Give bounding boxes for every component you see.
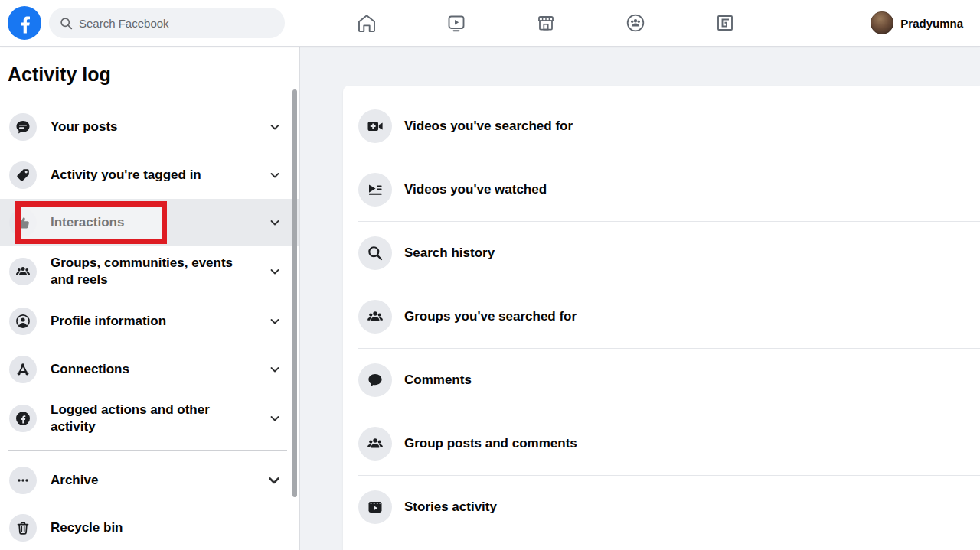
list-item-videos-watched[interactable]: Videos you've watched xyxy=(358,158,980,222)
list-item-label: Videos you've watched xyxy=(404,182,547,197)
sidebar-divider xyxy=(8,450,287,451)
sidebar-item-label: Connections xyxy=(51,361,129,378)
tab-gaming[interactable] xyxy=(681,0,770,46)
sidebar-item-tagged[interactable]: Activity you're tagged in xyxy=(0,151,299,199)
connections-icon xyxy=(9,356,37,383)
sidebar-item-label: Recycle bin xyxy=(51,519,123,536)
video-watched-icon xyxy=(358,173,392,207)
page-title: Activity log xyxy=(8,63,299,86)
tab-watch[interactable] xyxy=(411,0,501,46)
top-navigation-bar: Search Facebook xyxy=(0,0,980,47)
chevron-down-icon xyxy=(269,121,281,133)
chevron-down-icon xyxy=(269,315,281,327)
group-icon xyxy=(9,258,37,285)
sidebar-item-interactions[interactable]: Interactions xyxy=(0,199,299,246)
thumb-up-icon xyxy=(9,209,37,236)
sidebar-item-profile-information[interactable]: Profile information xyxy=(0,297,299,345)
list-item-videos-searched[interactable]: Videos you've searched for xyxy=(358,95,980,158)
watch-icon xyxy=(446,12,467,34)
chevron-down-icon xyxy=(269,363,281,376)
sidebar-item-label: Profile information xyxy=(51,313,166,330)
tag-icon xyxy=(9,161,37,189)
trash-icon xyxy=(9,514,37,542)
list-item-label: Groups you've searched for xyxy=(404,309,577,324)
facebook-activity-log-page: Search Facebook xyxy=(0,0,980,550)
list-item-label: Videos you've searched for xyxy=(404,119,573,134)
list-item-label: Group posts and comments xyxy=(404,436,577,451)
sidebar-item-recycle-bin[interactable]: Recycle bin xyxy=(0,504,299,550)
nav-tabs xyxy=(322,0,770,46)
activity-log-sidebar: Activity log Your posts xyxy=(0,46,300,550)
sidebar-scrollbar[interactable] xyxy=(292,89,297,497)
ellipsis-icon xyxy=(9,467,37,494)
sidebar-item-label: Activity you're tagged in xyxy=(51,167,201,184)
profile-name: Pradyumna xyxy=(900,17,963,30)
sidebar-item-label: Logged actions and other activity xyxy=(51,402,234,435)
interactions-list-card: Videos you've searched for Videos you've… xyxy=(343,86,980,550)
sidebar-item-label: Interactions xyxy=(51,214,124,231)
search-history-icon xyxy=(358,236,392,270)
marketplace-icon xyxy=(535,12,557,34)
sidebar-item-logged-actions[interactable]: Logged actions and other activity xyxy=(0,393,299,444)
list-item-stories-activity[interactable]: Stories activity xyxy=(358,476,980,539)
facebook-logo-icon[interactable] xyxy=(8,6,41,40)
comment-icon xyxy=(9,113,37,141)
tab-marketplace[interactable] xyxy=(501,0,590,46)
profile-avatar xyxy=(871,11,893,34)
search-placeholder: Search Facebook xyxy=(79,17,169,30)
chevron-down-icon xyxy=(269,216,281,229)
chevron-down-icon xyxy=(269,412,281,425)
video-search-icon xyxy=(358,109,392,143)
main-content-area: Videos you've searched for Videos you've… xyxy=(300,46,980,550)
list-item-label: Comments xyxy=(404,373,472,388)
list-item-label: Search history xyxy=(404,246,495,261)
sidebar-item-connections[interactable]: Connections xyxy=(0,345,299,393)
list-item-comments[interactable]: Comments xyxy=(358,349,980,412)
list-item-search-history[interactable]: Search history xyxy=(358,222,980,285)
chevron-down-icon xyxy=(267,474,281,487)
sidebar-item-archive[interactable]: Archive xyxy=(0,457,299,504)
tab-groups[interactable] xyxy=(591,0,681,46)
comment-bubble-icon xyxy=(358,363,392,397)
tab-home[interactable] xyxy=(322,0,411,46)
sidebar-item-groups-communities[interactable]: Groups, communities, events and reels xyxy=(0,246,299,297)
facebook-circle-icon xyxy=(9,405,37,432)
list-item-label: Stories activity xyxy=(404,500,497,515)
groups-icon xyxy=(358,427,392,461)
home-icon xyxy=(356,12,377,34)
list-item-group-posts[interactable]: Group posts and comments xyxy=(358,412,980,476)
groups-icon xyxy=(358,300,392,334)
sidebar-item-your-posts[interactable]: Your posts xyxy=(0,103,299,151)
search-icon xyxy=(60,17,73,30)
list-item-groups-searched[interactable]: Groups you've searched for xyxy=(358,285,980,349)
stories-icon xyxy=(358,490,392,524)
profile-menu[interactable]: Pradyumna xyxy=(871,0,963,46)
sidebar-item-label: Your posts xyxy=(51,119,118,135)
sidebar-item-label: Groups, communities, events and reels xyxy=(51,255,234,288)
sidebar-item-label: Archive xyxy=(51,472,98,489)
search-input[interactable]: Search Facebook xyxy=(49,8,285,38)
groups-icon xyxy=(625,12,646,34)
chevron-down-icon xyxy=(269,169,281,181)
chevron-down-icon xyxy=(269,265,281,278)
profile-icon xyxy=(9,308,37,335)
gaming-icon xyxy=(714,12,736,34)
